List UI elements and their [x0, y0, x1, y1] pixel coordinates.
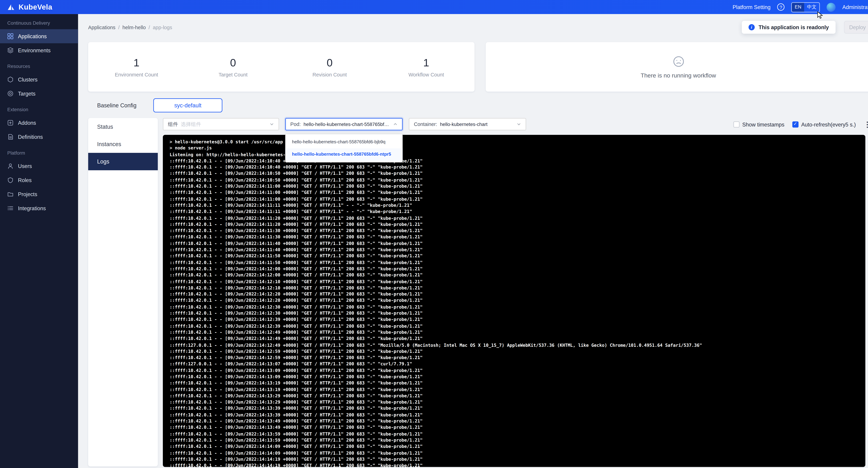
sidebar-item-roles[interactable]: Roles — [0, 173, 78, 187]
sidebar-item-label: Targets — [18, 90, 36, 97]
auto-refresh-checkbox[interactable] — [792, 121, 799, 127]
breadcrumb-app-name[interactable]: helm-hello — [122, 25, 146, 30]
sidebar-item-projects[interactable]: Projects — [0, 187, 78, 201]
log-line: > node server.js — [169, 145, 859, 152]
brand-name: KubeVela — [19, 3, 53, 11]
sidebar-item-label: Roles — [18, 177, 32, 183]
log-line: ::ffff:10.42.0.1 - - [09/Jun/2022:14:12:… — [169, 304, 859, 310]
show-timestamps-label: Show timestamps — [742, 121, 784, 127]
log-line: ::ffff:127.0.0.1 - - [09/Jun/2022:14:13:… — [169, 361, 859, 368]
subnav-item-instances[interactable]: Instances — [88, 136, 158, 153]
show-timestamps-toggle[interactable]: Show timestamps — [733, 121, 784, 127]
log-line: ::ffff:10.42.0.1 - - [09/Jun/2022:14:12:… — [169, 355, 859, 361]
log-line: ::ffff:10.42.0.1 - - [09/Jun/2022:14:13:… — [169, 367, 859, 374]
user-icon — [7, 163, 13, 169]
log-line: ::ffff:10.42.0.1 - - [09/Jun/2022:14:11:… — [169, 240, 859, 247]
env-tabs: Baseline Config syc-default — [88, 98, 222, 112]
log-line: ::ffff:10.42.0.1 - - [09/Jun/2022:14:10:… — [169, 171, 859, 177]
log-line: ::ffff:10.42.0.1 - - [09/Jun/2022:14:12:… — [169, 329, 859, 335]
tab-syc-default[interactable]: syc-default — [153, 98, 222, 112]
mouse-cursor — [817, 11, 823, 19]
log-line: ::ffff:10.42.0.1 - - [09/Jun/2022:14:13:… — [169, 437, 859, 443]
lang-en-option[interactable]: EN — [792, 3, 804, 12]
deploy-button[interactable]: Deploy — [844, 21, 868, 34]
auto-refresh-label: Auto-refresh(every5 s.) — [801, 121, 856, 127]
log-line: ::ffff:10.42.0.1 - - [09/Jun/2022:14:11:… — [169, 253, 859, 260]
log-line: ::ffff:127.0.0.1 - - [09/Jun/2022:14:12:… — [169, 342, 859, 348]
sidebar-item-definitions[interactable]: Definitions — [0, 130, 78, 144]
log-line: ::ffff:10.42.0.1 - - [09/Jun/2022:14:11:… — [169, 196, 859, 202]
breadcrumb-applications[interactable]: Applications — [88, 25, 116, 30]
sidebar-item-addons[interactable]: Addons — [0, 116, 78, 130]
platform-setting-link[interactable]: Platform Setting — [733, 4, 771, 10]
log-line: ::ffff:10.42.0.1 - - [09/Jun/2022:14:12:… — [169, 348, 859, 355]
show-timestamps-checkbox[interactable] — [733, 121, 740, 127]
container-select-label: Container: — [414, 121, 437, 127]
username[interactable]: Administrator — [842, 4, 868, 10]
sidebar-item-users[interactable]: Users — [0, 159, 78, 173]
plus-box-icon — [7, 120, 13, 126]
log-line: ::ffff:10.42.0.1 - - [09/Jun/2022:14:13:… — [169, 380, 859, 386]
breadcrumb-current: app-logs — [153, 25, 172, 30]
sidebar-item-label: Addons — [18, 120, 36, 126]
log-line: ::ffff:10.42.0.1 - - [09/Jun/2022:14:13:… — [169, 399, 859, 406]
container-select-value: hello-kubernetes-chart — [440, 121, 514, 127]
stat-label: Target Count — [219, 71, 248, 77]
container-select[interactable]: Container: hello-kubernetes-chart — [409, 118, 526, 130]
sidebar-item-environments[interactable]: Environments — [0, 43, 78, 57]
brand[interactable]: KubeVela — [7, 3, 52, 11]
stat-label: Environment Count — [115, 71, 158, 77]
log-line: ::ffff:10.42.0.1 - - [09/Jun/2022:14:11:… — [169, 234, 859, 240]
log-line: ::ffff:10.42.0.1 - - [09/Jun/2022:14:12:… — [169, 323, 859, 329]
stat-label: Workflow Count — [408, 71, 444, 77]
sidebar-item-applications[interactable]: Applications — [0, 29, 78, 43]
auto-refresh-toggle[interactable]: Auto-refresh(every5 s.) — [792, 121, 856, 127]
stat-target-count: 0 Target Count — [185, 42, 281, 92]
log-lines: > hello-kubernetes@3.0.0 start /usr/src/… — [169, 139, 859, 467]
stat-value: 1 — [423, 56, 429, 69]
empty-workflow-icon — [672, 55, 685, 68]
log-line: ::ffff:10.42.0.1 - - [09/Jun/2022:14:12:… — [169, 291, 859, 298]
subnav-item-status[interactable]: Status — [88, 118, 158, 135]
sidebar-item-targets[interactable]: Targets — [0, 87, 78, 100]
breadcrumb-separator: / — [118, 25, 120, 30]
pod-option[interactable]: hello-hello-kubernetes-chart-558765bfd6-… — [285, 136, 403, 148]
language-switch[interactable]: EN 中文 — [791, 2, 820, 12]
lang-zh-option[interactable]: 中文 — [804, 3, 819, 12]
stat-value: 0 — [327, 56, 333, 69]
user-avatar[interactable] — [827, 3, 836, 12]
sidebar-item-label: Integrations — [18, 205, 46, 211]
log-line: ::ffff:10.42.0.1 - - [09/Jun/2022:14:14:… — [169, 450, 859, 456]
sidebar-item-label: Projects — [18, 191, 37, 197]
log-line: > hello-kubernetes@3.0.0 start /usr/src/… — [169, 139, 859, 145]
subnav-item-logs[interactable]: Logs — [88, 153, 158, 170]
readonly-alert-text: This application is readonly — [758, 24, 829, 30]
readonly-alert: i This application is readonly — [742, 21, 836, 34]
log-line: ::ffff:10.42.0.1 - - [09/Jun/2022:14:11:… — [169, 209, 859, 215]
breadcrumb-separator: / — [149, 25, 150, 30]
sidebar-section-extension: Extension — [0, 100, 78, 116]
sidebar-item-label: Clusters — [18, 77, 38, 83]
pod-select[interactable]: Pod: hello-hello-kubernetes-chart-558765… — [285, 118, 403, 130]
stat-value: 0 — [230, 56, 236, 69]
sidebar-item-clusters[interactable]: Clusters — [0, 72, 78, 87]
log-line: Listening on: http://hello-hello-kuberne… — [169, 151, 859, 158]
log-line: ::ffff:10.42.0.1 - - [09/Jun/2022:14:13:… — [169, 406, 859, 412]
help-icon[interactable]: ? — [777, 3, 785, 10]
stat-label: Revision Count — [312, 71, 347, 77]
tab-baseline-config[interactable]: Baseline Config — [88, 98, 146, 112]
log-line: ::ffff:10.42.0.1 - - [09/Jun/2022:14:12:… — [169, 266, 859, 272]
topbar: KubeVela Platform Setting ? EN 中文 Admini… — [0, 0, 868, 14]
component-select[interactable]: 组件 选择组件 — [163, 118, 279, 130]
sidebar-item-integrations[interactable]: Integrations — [0, 201, 78, 215]
log-line: ::ffff:10.42.0.1 - - [09/Jun/2022:14:12:… — [169, 317, 859, 323]
pod-option-selected[interactable]: hello-hello-kubernetes-chart-558765bfd6-… — [285, 148, 403, 161]
log-line: ::ffff:10.42.0.1 - - [09/Jun/2022:14:11:… — [169, 215, 859, 221]
log-line: ::ffff:10.42.0.1 - - [09/Jun/2022:14:12:… — [169, 298, 859, 304]
kubevela-app: KubeVela Platform Setting ? EN 中文 Admini… — [0, 0, 868, 468]
subnav: Status Instances Logs — [88, 118, 158, 466]
sidebar-item-label: Users — [18, 163, 32, 169]
log-viewer[interactable]: > hello-kubernetes@3.0.0 start /usr/src/… — [163, 135, 865, 467]
more-menu-icon[interactable]: ⋮ — [864, 121, 868, 128]
log-controls: Show timestamps Auto-refresh(every5 s.) … — [733, 118, 868, 130]
